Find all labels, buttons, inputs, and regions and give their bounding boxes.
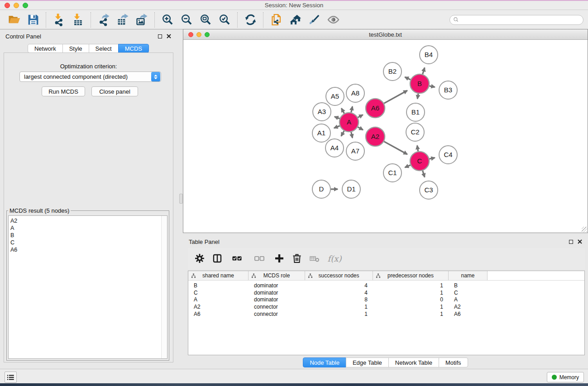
open-session-button[interactable] <box>5 11 24 29</box>
cell-shared-name[interactable]: B <box>188 282 249 289</box>
node-B1[interactable]: B1 <box>406 103 425 121</box>
node-D1[interactable]: D1 <box>342 180 360 198</box>
save-session-button[interactable] <box>24 11 43 29</box>
cell-successor-nodes[interactable]: 1 <box>305 304 373 310</box>
network-window-titlebar[interactable]: testGlobe.txt <box>183 29 588 40</box>
tab-motifs[interactable]: Motifs <box>439 357 468 367</box>
cell-predecessor-nodes[interactable]: 1 <box>373 311 449 317</box>
tab-node-table[interactable]: Node Table <box>303 357 346 367</box>
delete-table-button[interactable] <box>307 250 322 267</box>
cell-mcds-role[interactable]: connector <box>249 304 305 310</box>
node-C1[interactable]: C1 <box>383 164 402 182</box>
zoom-out-button[interactable] <box>177 11 196 29</box>
cell-mcds-role[interactable]: connector <box>249 311 305 317</box>
run-mcds-button[interactable]: Run MCDS <box>42 86 85 96</box>
edge-A-A4[interactable] <box>341 131 344 136</box>
delete-column-button[interactable] <box>289 250 305 267</box>
edge-A-A5[interactable] <box>341 108 344 113</box>
zoom-network-button[interactable] <box>205 32 210 37</box>
edge-A-A8[interactable] <box>351 106 353 112</box>
cell-predecessor-nodes[interactable]: 1 <box>373 290 449 296</box>
minimize-network-button[interactable] <box>196 32 201 37</box>
cell-name[interactable]: A2 <box>449 304 488 310</box>
close-panel-icon[interactable] <box>167 34 171 38</box>
node-A4[interactable]: A4 <box>325 139 344 157</box>
cell-name[interactable]: B <box>449 282 488 289</box>
node-B2[interactable]: B2 <box>383 62 402 81</box>
edge-B-B1[interactable] <box>417 94 418 99</box>
task-history-button[interactable] <box>5 372 17 383</box>
zoom-in-button[interactable] <box>158 11 177 29</box>
home-layout-button[interactable] <box>286 11 305 29</box>
close-table-panel-icon[interactable] <box>578 239 582 244</box>
node-table[interactable]: shared nameMCDS rolesuccessor nodesprede… <box>188 271 585 355</box>
edge-A-A2[interactable] <box>358 127 363 130</box>
edge-A-A1[interactable] <box>334 126 340 128</box>
table-row[interactable]: Adominator80A <box>188 296 584 304</box>
node-A5[interactable]: A5 <box>326 87 344 105</box>
add-column-button[interactable] <box>272 250 287 267</box>
show-hide-panel-button[interactable] <box>324 11 343 29</box>
import-table-button[interactable] <box>68 11 87 29</box>
edge-B-B2[interactable] <box>405 77 411 80</box>
edge-C-C4[interactable] <box>430 158 435 159</box>
export-network-button[interactable] <box>94 11 113 29</box>
gear-button[interactable] <box>192 250 207 267</box>
node-A1[interactable]: A1 <box>312 124 330 142</box>
node-B3[interactable]: B3 <box>439 81 457 99</box>
edge-B-B3[interactable] <box>430 86 435 87</box>
columns-button[interactable] <box>210 250 225 267</box>
edge-A2-C[interactable] <box>384 142 407 154</box>
network-canvas[interactable]: B4B2BB3A5A8A6B1A3AC2A1A2A4A7C4CC1C3DD1 <box>183 40 588 233</box>
tab-style[interactable]: Style <box>62 44 89 53</box>
cell-predecessor-nodes[interactable]: 0 <box>373 296 449 303</box>
tab-network[interactable]: Network <box>28 44 63 53</box>
table-row[interactable]: Cdominator41C <box>188 289 584 296</box>
column-header-name[interactable]: name <box>449 271 488 280</box>
deselect-all-button[interactable] <box>249 250 269 267</box>
edge-C-C3[interactable] <box>423 171 425 177</box>
cell-name[interactable]: A <box>449 296 488 303</box>
node-B4[interactable]: B4 <box>420 46 438 64</box>
mcds-result-list[interactable]: A2ABCA6 <box>8 215 167 359</box>
export-table-button[interactable] <box>113 11 132 29</box>
cell-shared-name[interactable]: A6 <box>188 311 249 317</box>
cell-mcds-role[interactable]: dominator <box>249 296 305 303</box>
node-C[interactable]: C <box>410 152 429 171</box>
zoom-selected-button[interactable] <box>215 11 234 29</box>
cell-successor-nodes[interactable]: 4 <box>305 282 373 289</box>
criterion-dropdown[interactable]: largest connected component (directed) <box>19 71 161 82</box>
mcds-result-item[interactable]: A6 <box>10 246 167 253</box>
import-network-button[interactable] <box>49 11 68 29</box>
mcds-result-item[interactable]: B <box>10 232 167 239</box>
column-header-mcds-role[interactable]: MCDS role <box>249 271 305 280</box>
node-A8[interactable]: A8 <box>346 84 364 102</box>
cell-shared-name[interactable]: A2 <box>188 304 249 310</box>
column-header-shared-name[interactable]: shared name <box>188 271 249 280</box>
mcds-result-item[interactable]: A <box>10 224 167 232</box>
zoom-window-button[interactable] <box>23 3 28 8</box>
cell-mcds-role[interactable]: dominator <box>249 290 305 296</box>
node-A3[interactable]: A3 <box>313 103 331 121</box>
mcds-result-item[interactable]: A2 <box>10 217 167 224</box>
split-pane-divider[interactable] <box>179 194 183 204</box>
node-A2[interactable]: A2 <box>366 127 385 146</box>
scrollbar-track[interactable] <box>161 216 167 358</box>
tab-edge-table[interactable]: Edge Table <box>346 357 389 367</box>
column-header-predecessor-nodes[interactable]: predecessor nodes <box>373 271 449 280</box>
table-row[interactable]: A2connector11A2 <box>188 303 584 310</box>
search-input[interactable] <box>459 16 583 24</box>
search-field[interactable] <box>449 15 583 25</box>
tab-network-table[interactable]: Network Table <box>388 357 439 367</box>
edge-A-A6[interactable] <box>358 115 363 118</box>
cell-mcds-role[interactable]: dominator <box>249 282 305 289</box>
tab-select[interactable]: Select <box>89 44 119 53</box>
style-button[interactable] <box>305 11 324 29</box>
close-network-button[interactable] <box>188 32 193 37</box>
cell-shared-name[interactable]: A <box>188 296 249 303</box>
node-C3[interactable]: C3 <box>420 181 438 199</box>
node-A[interactable]: A <box>339 113 359 132</box>
cell-predecessor-nodes[interactable]: 1 <box>373 304 449 310</box>
cell-name[interactable]: A6 <box>449 311 488 317</box>
export-image-button[interactable] <box>132 11 151 29</box>
